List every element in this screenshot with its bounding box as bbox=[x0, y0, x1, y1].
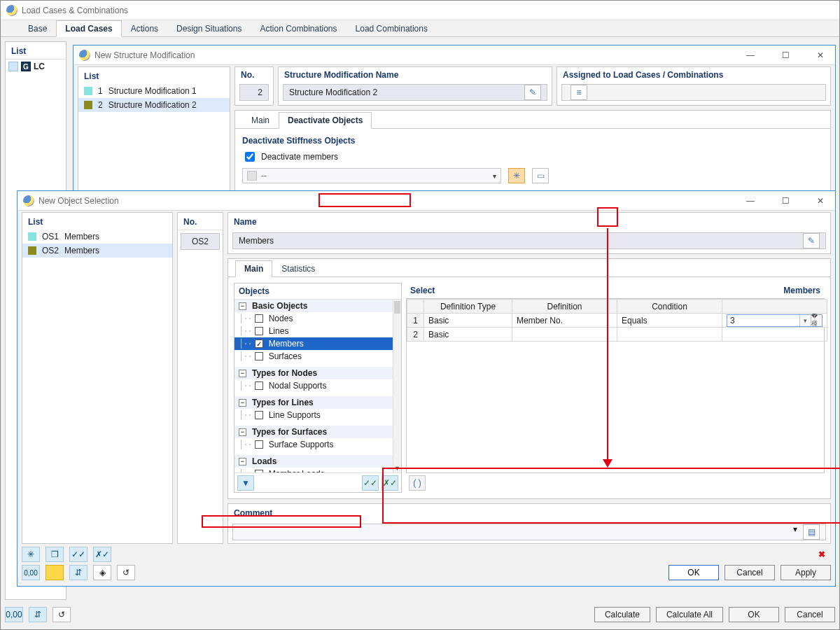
outer-footer: 0,00 ⇵ ↺ Calculate Calculate All OK Canc… bbox=[5, 604, 835, 625]
delete-icon[interactable]: ✖ bbox=[813, 547, 831, 562]
inner-ok-button[interactable]: OK bbox=[668, 565, 719, 580]
inner-name-panel: Name Members ✎ bbox=[227, 212, 831, 254]
inner-tab-main[interactable]: Main bbox=[235, 260, 272, 277]
pick-selection-button[interactable]: ▭ bbox=[532, 168, 549, 183]
minimize-icon[interactable]: — bbox=[741, 50, 760, 60]
checkbox-icon[interactable] bbox=[255, 470, 263, 472]
collapse-icon[interactable]: − bbox=[239, 428, 246, 436]
tool-tree2-icon[interactable]: ⇵ bbox=[69, 565, 88, 580]
tree-item[interactable]: │··Line Supports bbox=[234, 409, 401, 421]
checkbox-icon[interactable] bbox=[255, 440, 263, 449]
duplicate-icon[interactable]: ❐ bbox=[46, 547, 64, 562]
collapse-icon[interactable]: − bbox=[239, 458, 246, 465]
uncheck-all-icon[interactable]: ✗✓ bbox=[93, 547, 111, 562]
check-all-icon[interactable]: ✓✓ bbox=[69, 547, 88, 562]
tool-reset2-icon[interactable]: ↺ bbox=[117, 565, 135, 580]
mid-tab-deactivate[interactable]: Deactivate Objects bbox=[279, 112, 372, 129]
comment-lib-icon[interactable]: ▤ bbox=[803, 524, 820, 540]
checkbox-icon[interactable] bbox=[255, 327, 263, 335]
tree-group[interactable]: −Types for Lines bbox=[234, 396, 401, 409]
tree-item[interactable]: │··Surfaces bbox=[234, 350, 401, 363]
tree-scrollbar[interactable]: ▲ ▼ bbox=[393, 300, 401, 472]
mid-list-item-1[interactable]: 1 Structure Modification 1 bbox=[78, 84, 230, 98]
close-icon[interactable]: ✕ bbox=[811, 50, 830, 60]
main-titlebar: Load Cases & Combinations bbox=[1, 1, 839, 20]
tree-item[interactable]: │··Nodes bbox=[234, 312, 401, 325]
checkbox-icon[interactable] bbox=[255, 352, 263, 360]
checkbox-icon[interactable] bbox=[255, 314, 263, 323]
objects-tree[interactable]: −Basic Objects│··Nodes│··Lines│··✓Member… bbox=[234, 300, 401, 472]
comment-panel: Comment ▾ ▤ bbox=[227, 503, 831, 544]
uncheck-all-button[interactable]: ✗✓ bbox=[382, 475, 398, 491]
check-all-button[interactable]: ✓✓ bbox=[362, 475, 379, 491]
tool-reset-icon[interactable]: ↺ bbox=[52, 607, 71, 622]
tab-actions[interactable]: Actions bbox=[122, 20, 167, 36]
tree-group[interactable]: −Loads bbox=[234, 455, 401, 468]
close-icon[interactable]: ✕ bbox=[811, 196, 830, 206]
tree-item[interactable]: │··✓Members bbox=[234, 337, 401, 350]
parentheses-button[interactable]: ( ) bbox=[409, 475, 426, 491]
minimize-icon[interactable]: — bbox=[741, 196, 760, 206]
maximize-icon[interactable]: ☐ bbox=[776, 50, 794, 60]
chevron-down-icon[interactable]: ▾ bbox=[793, 524, 797, 540]
tab-base[interactable]: Base bbox=[19, 20, 56, 36]
deactivate-section-head: Deactivate Stiffness Objects bbox=[242, 136, 823, 146]
inner-title: New Object Selection bbox=[38, 196, 119, 206]
tree-group[interactable]: −Basic Objects bbox=[234, 300, 401, 312]
tree-item[interactable]: │··Surface Supports bbox=[234, 438, 401, 451]
table-row[interactable]: 2 Basic bbox=[407, 328, 827, 342]
new-item-icon[interactable]: ✳ bbox=[22, 547, 40, 562]
checkbox-icon[interactable]: ✓ bbox=[255, 340, 263, 348]
swatch-icon bbox=[84, 87, 92, 95]
inner-name-value[interactable]: Members bbox=[239, 236, 274, 246]
assigned-edit-icon[interactable]: ≡ bbox=[570, 85, 587, 100]
select-table[interactable]: Definition Type Definition Condition bbox=[407, 299, 827, 342]
mid-list-item-2[interactable]: 2 Structure Modification 2 bbox=[78, 98, 230, 112]
tree-item[interactable]: │··Lines bbox=[234, 325, 401, 337]
edit-icon[interactable]: ✎ bbox=[524, 85, 541, 100]
tool-eye-icon[interactable]: ◈ bbox=[93, 565, 111, 580]
inner-cancel-button[interactable]: Cancel bbox=[724, 565, 775, 580]
mid-name-value[interactable]: Structure Modification 2 bbox=[289, 88, 377, 97]
outer-list-row[interactable]: G LC bbox=[6, 59, 66, 74]
inner-list-item-os1[interactable]: OS1 Members bbox=[22, 230, 172, 244]
tree-group[interactable]: −Types for Nodes bbox=[234, 367, 401, 379]
collapse-icon[interactable]: − bbox=[239, 302, 246, 310]
collapse-icon[interactable]: − bbox=[239, 370, 246, 377]
edit-icon[interactable]: ✎ bbox=[803, 233, 820, 248]
tree-item[interactable]: │··Nodal Supports bbox=[234, 379, 401, 392]
new-selection-button[interactable]: ✳ bbox=[508, 168, 525, 183]
tool-units2-icon[interactable]: 0,00 bbox=[22, 565, 40, 580]
deactivate-members-checkbox[interactable] bbox=[245, 152, 255, 162]
deactivate-dropdown[interactable]: -- ▾ bbox=[242, 168, 501, 183]
checkbox-icon[interactable] bbox=[255, 382, 263, 390]
inner-no-value[interactable]: OS2 bbox=[181, 233, 220, 250]
mid-no-value[interactable]: 2 bbox=[239, 84, 269, 101]
table-row[interactable]: 1 Basic Member No. Equals 3 ▾ bbox=[407, 314, 827, 328]
calculate-all-button[interactable]: Calculate All bbox=[656, 607, 723, 622]
calculate-button[interactable]: Calculate bbox=[594, 607, 650, 622]
inner-tab-statistics[interactable]: Statistics bbox=[272, 260, 324, 276]
mid-tab-main[interactable]: Main bbox=[242, 112, 279, 128]
outer-list-title: List bbox=[6, 42, 66, 59]
tab-design-situations[interactable]: Design Situations bbox=[167, 20, 251, 36]
tab-load-cases[interactable]: Load Cases bbox=[56, 20, 121, 37]
tool-units1-icon[interactable]: 0,00 bbox=[5, 607, 23, 622]
value-input[interactable]: 3 ▾ �種 bbox=[727, 314, 822, 327]
maximize-icon[interactable]: ☐ bbox=[776, 196, 794, 206]
main-cancel-button[interactable]: Cancel bbox=[785, 607, 835, 622]
inner-apply-button[interactable]: Apply bbox=[780, 565, 831, 580]
tab-load-combinations[interactable]: Load Combinations bbox=[346, 20, 437, 36]
tree-group[interactable]: −Types for Surfaces bbox=[234, 426, 401, 438]
pick-icon[interactable]: �種 bbox=[811, 315, 822, 326]
highlight-icon[interactable] bbox=[46, 565, 64, 580]
checkbox-icon[interactable] bbox=[255, 411, 263, 419]
chevron-down-icon[interactable]: ▾ bbox=[799, 315, 811, 326]
tool-tree-icon[interactable]: ⇵ bbox=[29, 607, 47, 622]
filter-button[interactable]: ▼ bbox=[237, 475, 254, 491]
collapse-icon[interactable]: − bbox=[239, 399, 246, 407]
main-ok-button[interactable]: OK bbox=[729, 607, 779, 622]
tree-item[interactable]: │··Member Loads bbox=[234, 468, 401, 472]
inner-list-item-os2[interactable]: OS2 Members bbox=[22, 244, 172, 258]
tab-action-combinations[interactable]: Action Combinations bbox=[251, 20, 346, 36]
